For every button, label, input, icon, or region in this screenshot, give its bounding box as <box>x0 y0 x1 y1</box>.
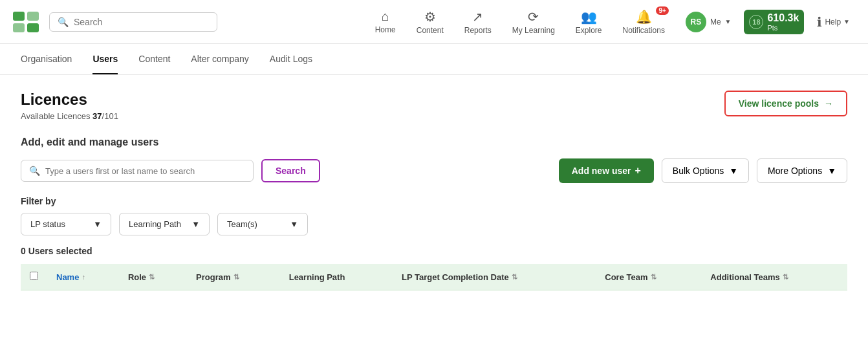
my-learning-icon: ⟳ <box>528 9 539 25</box>
svg-rect-3 <box>27 12 39 21</box>
nav-home-label: Home <box>375 25 396 34</box>
nav-me-label: Me <box>710 17 721 27</box>
nav-home[interactable]: ⌂ Home <box>367 6 404 37</box>
reports-icon: ↗ <box>472 9 483 25</box>
learning-path-header-label: Learning Path <box>289 272 345 282</box>
additional-teams-header-label: Additional Teams <box>710 272 779 282</box>
nav-my-learning-label: My Learning <box>512 26 555 35</box>
help-icon: ℹ <box>817 14 822 30</box>
th-core-team[interactable]: Core Team ⇅ <box>596 264 701 290</box>
name-header-label: Name <box>56 272 79 282</box>
more-chevron-icon: ▼ <box>827 166 836 176</box>
add-user-label: Add new user <box>572 166 631 176</box>
nav-search-input[interactable] <box>74 17 209 27</box>
th-name[interactable]: Name ↑ <box>47 264 119 290</box>
name-sort-icon: ↑ <box>81 273 85 281</box>
available-label: Available Licences <box>21 111 90 121</box>
add-new-user-button[interactable]: Add new user + <box>559 158 654 183</box>
notifications-icon: 🔔 <box>636 9 652 25</box>
th-additional-teams[interactable]: Additional Teams ⇅ <box>701 264 847 290</box>
help-chevron-icon: ▼ <box>843 18 850 25</box>
total-count: 101 <box>104 111 118 121</box>
svg-rect-2 <box>13 23 25 32</box>
subnav-users[interactable]: Users <box>92 45 118 74</box>
role-header-label: Role <box>128 272 146 282</box>
program-sort-icon: ⇅ <box>233 273 239 281</box>
subnav-alter-company[interactable]: Alter company <box>191 45 248 74</box>
home-icon: ⌂ <box>382 9 389 24</box>
nav-reports[interactable]: ↗ Reports <box>457 6 499 38</box>
licences-info: Licences Available Licences 37/101 <box>21 91 118 121</box>
select-all-checkbox[interactable] <box>30 272 38 280</box>
lp-status-chevron: ▼ <box>93 219 102 229</box>
me-chevron-icon: ▼ <box>725 18 732 25</box>
search-icon: 🔍 <box>58 17 69 27</box>
more-options-label: More Options <box>768 166 822 176</box>
bulk-chevron-icon: ▼ <box>729 166 738 176</box>
explore-icon: 👥 <box>581 9 597 25</box>
content-icon: ⚙ <box>424 9 436 25</box>
licences-title: Licences <box>21 91 118 109</box>
user-search-input[interactable] <box>45 166 245 176</box>
lp-target-sort-icon: ⇅ <box>512 273 517 281</box>
core-team-header-label: Core Team <box>605 272 647 282</box>
user-search-container: 🔍 <box>21 160 254 182</box>
nav-pts[interactable]: 18 610.3k Pts <box>744 10 804 34</box>
filter-section: Filter by LP status ▼ Learning Path ▼ Te… <box>21 196 847 235</box>
learning-path-label: Learning Path <box>129 219 181 229</box>
subnav-organisation[interactable]: Organisation <box>21 45 72 74</box>
nav-my-learning[interactable]: ⟳ My Learning <box>505 6 563 38</box>
count-number: 0 <box>21 246 26 256</box>
table-header-row: Name ↑ Role ⇅ Program ⇅ <box>21 264 847 290</box>
licences-available: Available Licences 37/101 <box>21 111 118 121</box>
search-row: 🔍 Search Add new user + Bulk Options ▼ M… <box>21 158 847 183</box>
lp-status-label: LP status <box>30 219 65 229</box>
th-role[interactable]: Role ⇅ <box>119 264 187 290</box>
svg-rect-0 <box>10 6 41 38</box>
available-count: 37 <box>92 111 102 121</box>
learning-path-chevron: ▼ <box>191 219 200 229</box>
nav-notifications[interactable]: 🔔 9+ Notifications <box>615 6 673 38</box>
svg-rect-4 <box>27 23 39 32</box>
notifications-badge: 9+ <box>656 6 668 15</box>
th-checkbox[interactable] <box>21 264 47 290</box>
nav-explore-label: Explore <box>576 26 602 35</box>
th-program[interactable]: Program ⇅ <box>187 264 280 290</box>
additional-teams-sort-icon: ⇅ <box>783 273 788 281</box>
nav-explore[interactable]: 👥 Explore <box>568 6 610 38</box>
more-options-button[interactable]: More Options ▼ <box>757 158 847 183</box>
pts-label: Pts <box>767 24 777 32</box>
pts-badge: 18 <box>749 15 763 29</box>
view-licence-pools-button[interactable]: View licence pools → <box>724 91 847 116</box>
learning-path-filter[interactable]: Learning Path ▼ <box>119 213 210 235</box>
subnav-audit-logs[interactable]: Audit Logs <box>270 45 312 74</box>
teams-label: Team(s) <box>227 219 257 229</box>
th-lp-target[interactable]: LP Target Completion Date ⇅ <box>393 264 596 290</box>
arrow-icon: → <box>824 98 833 109</box>
selected-label: Users selected <box>28 246 92 256</box>
main-content: Licences Available Licences 37/101 View … <box>0 75 868 306</box>
teams-chevron: ▼ <box>290 219 298 229</box>
teams-filter[interactable]: Team(s) ▼ <box>217 213 308 235</box>
top-nav: 🔍 ⌂ Home ⚙ Content ↗ Reports ⟳ My Learni… <box>0 0 868 44</box>
manage-title: Add, edit and manage users <box>21 136 847 148</box>
search-button[interactable]: Search <box>261 159 320 182</box>
lp-status-filter[interactable]: LP status ▼ <box>21 213 111 235</box>
nav-me[interactable]: RS Me ▼ <box>678 9 739 35</box>
subnav-content[interactable]: Content <box>138 45 170 74</box>
view-pools-label: View licence pools <box>739 98 819 109</box>
table-header: Name ↑ Role ⇅ Program ⇅ <box>21 264 847 290</box>
licences-section: Licences Available Licences 37/101 View … <box>21 91 847 121</box>
user-search-icon: 🔍 <box>29 166 40 176</box>
pts-number: 610.3k <box>767 12 799 24</box>
nav-content[interactable]: ⚙ Content <box>409 6 451 38</box>
nav-help[interactable]: ℹ Help ▼ <box>809 12 858 32</box>
app-logo[interactable] <box>10 6 41 38</box>
nav-items: ⌂ Home ⚙ Content ↗ Reports ⟳ My Learning… <box>367 6 858 38</box>
bulk-options-button[interactable]: Bulk Options ▼ <box>662 158 749 183</box>
lp-target-header-label: LP Target Completion Date <box>402 272 509 282</box>
role-sort-icon: ⇅ <box>149 273 155 281</box>
avatar: RS <box>686 12 706 32</box>
nav-notifications-label: Notifications <box>623 26 665 35</box>
nav-search-box[interactable]: 🔍 <box>49 12 217 32</box>
